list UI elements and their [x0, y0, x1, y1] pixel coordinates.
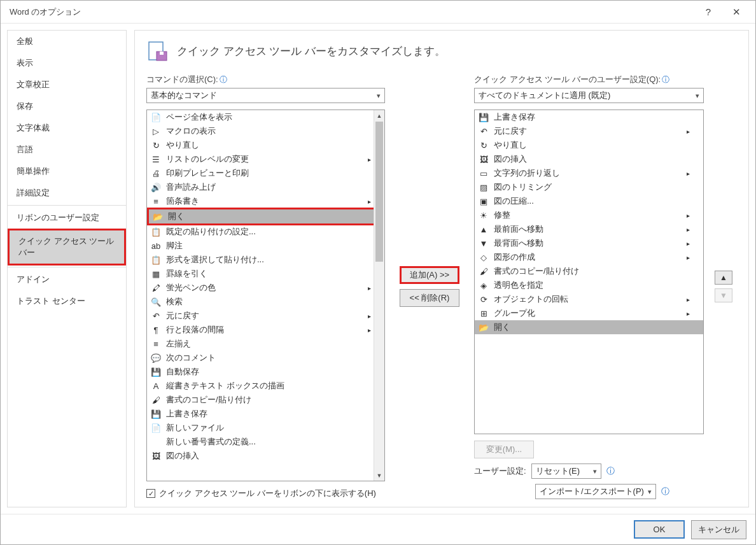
- list-item[interactable]: ◈透明色を指定: [475, 278, 703, 292]
- scroll-down-icon[interactable]: ▼: [374, 470, 384, 481]
- list-item-label: 修整: [494, 209, 687, 221]
- list-item[interactable]: ⊞グループ化▸: [475, 306, 703, 320]
- list-item[interactable]: ↶元に戻す▸: [475, 124, 703, 138]
- list-item[interactable]: ◇図形の作成▸: [475, 250, 703, 264]
- list-item[interactable]: ☀修整▸: [475, 208, 703, 222]
- ok-button[interactable]: OK: [634, 520, 685, 539]
- info-icon[interactable]: ⓘ: [606, 465, 615, 477]
- submenu-icon: ▸: [687, 310, 701, 317]
- cmd-icon: ▭: [477, 167, 490, 179]
- sidebar-item[interactable]: 文章校正: [8, 74, 126, 96]
- reset-combo[interactable]: リセット(E): [531, 464, 601, 479]
- list-item[interactable]: 💬次のコメント: [147, 351, 384, 365]
- list-item[interactable]: 📄ページ全体を表示: [147, 110, 384, 124]
- cancel-button[interactable]: キャンセル: [691, 520, 746, 539]
- list-item[interactable]: 📋形式を選択して貼り付け...: [147, 253, 384, 267]
- list-item-label: 左揃え: [166, 338, 368, 350]
- list-item[interactable]: ≡左揃え: [147, 337, 384, 351]
- list-item[interactable]: ⟳オブジェクトの回転▸: [475, 292, 703, 306]
- user-settings-label: ユーザー設定:: [474, 465, 526, 477]
- cmd-icon: 💾: [150, 366, 162, 378]
- cmd-icon: ↶: [477, 125, 490, 137]
- sidebar-item[interactable]: 表示: [8, 52, 126, 74]
- remove-button[interactable]: << 削除(R): [400, 289, 459, 307]
- list-item[interactable]: 📋既定の貼り付けの設定...: [147, 225, 384, 239]
- heading-text: クイック アクセス ツール バーをカスタマイズします。: [177, 44, 445, 59]
- list-item[interactable]: 📂開く: [149, 209, 382, 223]
- cmd-icon: 🖼: [150, 450, 162, 462]
- list-item[interactable]: 💾上書き保存: [147, 407, 384, 421]
- info-icon[interactable]: ⓘ: [661, 486, 669, 497]
- show-below-ribbon[interactable]: ✓ クイック アクセス ツール バーをリボンの下に表示する(H): [146, 488, 385, 499]
- cmd-icon: ↻: [477, 139, 490, 151]
- list-item[interactable]: ▦罫線を引く: [147, 267, 384, 281]
- list-item[interactable]: ☰リストのレベルの変更▸: [147, 152, 384, 166]
- list-item-label: 脚注: [166, 240, 368, 251]
- below-right-controls: 変更(M)... ユーザー設定: リセット(E) ⓘ インポート/エクスポート(…: [474, 441, 704, 499]
- sidebar-item[interactable]: クイック アクセス ツール バー: [8, 229, 126, 265]
- list-item[interactable]: 🖨印刷プレビューと印刷: [147, 166, 384, 180]
- list-item-label: 図の挿入: [166, 450, 368, 462]
- list-item[interactable]: ▼最背面へ移動▸: [475, 236, 703, 250]
- info-icon[interactable]: ⓘ: [220, 75, 227, 84]
- list-item[interactable]: ▨図のトリミング: [475, 180, 703, 194]
- list-item[interactable]: ▷マクロの表示: [147, 124, 384, 138]
- sidebar-item[interactable]: アドイン: [8, 267, 126, 290]
- help-button[interactable]: ?: [694, 3, 722, 22]
- list-item[interactable]: ab脚注: [147, 239, 384, 253]
- cmd-icon: ↶: [150, 310, 162, 322]
- add-button[interactable]: 追加(A) >>: [400, 266, 459, 284]
- list-item[interactable]: 💾自動保存: [147, 365, 384, 379]
- list-item[interactable]: 💾上書き保存: [475, 110, 703, 124]
- scrollbar[interactable]: ▲ ▼: [374, 110, 384, 481]
- list-item-label: 上書き保存: [166, 408, 368, 420]
- import-export-combo[interactable]: インポート/エクスポート(P): [535, 484, 656, 499]
- cmd-icon: ≡: [150, 338, 162, 350]
- list-item-label: やり直し: [494, 139, 687, 151]
- cmd-icon: 📋: [150, 254, 162, 265]
- list-item[interactable]: 🔊音声読み上げ: [147, 180, 384, 194]
- list-item[interactable]: 新しい番号書式の定義...: [147, 435, 384, 449]
- qat-listbox[interactable]: 💾上書き保存↶元に戻す▸↻やり直し🖼図の挿入▭文字列の折り返し▸▨図のトリミング…: [474, 110, 704, 434]
- list-item[interactable]: 📂開く: [475, 320, 703, 334]
- commands-listbox[interactable]: 📄ページ全体を表示▷マクロの表示↻やり直し☰リストのレベルの変更▸🖨印刷プレビュ…: [146, 110, 385, 481]
- scroll-thumb[interactable]: [375, 122, 383, 262]
- list-item[interactable]: ↻やり直し: [147, 138, 384, 152]
- list-item[interactable]: 📄新しいファイル: [147, 421, 384, 435]
- cmd-icon: ▣: [477, 195, 490, 207]
- commands-combo[interactable]: 基本的なコマンド: [146, 88, 385, 103]
- move-up-button[interactable]: ▲: [715, 271, 732, 285]
- sidebar-item[interactable]: 全般: [8, 31, 126, 52]
- cmd-icon: 📄: [150, 422, 162, 434]
- list-item-label: 行と段落の間隔: [166, 324, 368, 336]
- cmd-icon: ▦: [150, 268, 162, 280]
- sidebar-item[interactable]: 言語: [8, 139, 126, 160]
- scroll-up-icon[interactable]: ▲: [374, 110, 384, 121]
- list-item[interactable]: A縦書きテキスト ボックスの描画: [147, 379, 384, 393]
- list-item[interactable]: 🖼図の挿入: [147, 449, 384, 463]
- list-item[interactable]: ≡箇条書き▸: [147, 194, 384, 208]
- sidebar-item[interactable]: 保存: [8, 96, 126, 117]
- list-item[interactable]: 🔍検索: [147, 295, 384, 309]
- list-item[interactable]: ↶元に戻す▸: [147, 309, 384, 323]
- list-item[interactable]: ▲最前面へ移動▸: [475, 222, 703, 236]
- list-item[interactable]: 🖼図の挿入: [475, 152, 703, 166]
- list-item[interactable]: ¶行と段落の間隔▸: [147, 323, 384, 337]
- sidebar-item[interactable]: リボンのユーザー設定: [8, 205, 126, 229]
- list-item[interactable]: 🖍蛍光ペンの色▸: [147, 281, 384, 295]
- info-icon[interactable]: ⓘ: [662, 75, 669, 84]
- sidebar-item[interactable]: 詳細設定: [8, 182, 126, 204]
- list-item[interactable]: ↻やり直し: [475, 138, 703, 152]
- cmd-icon: ab: [150, 240, 162, 251]
- list-item-label: 既定の貼り付けの設定...: [166, 226, 368, 237]
- list-item[interactable]: ▭文字列の折り返し▸: [475, 166, 703, 180]
- close-button[interactable]: ✕: [722, 3, 750, 22]
- qat-scope-combo[interactable]: すべてのドキュメントに適用 (既定): [474, 88, 704, 103]
- sidebar-item[interactable]: 文字体裁: [8, 117, 126, 139]
- checkbox-icon[interactable]: ✓: [146, 489, 155, 498]
- list-item[interactable]: 🖌書式のコピー/貼り付け: [147, 393, 384, 407]
- list-item[interactable]: 🖌書式のコピー/貼り付け: [475, 264, 703, 278]
- list-item[interactable]: ▣図の圧縮...: [475, 194, 703, 208]
- sidebar-item[interactable]: トラスト センター: [8, 290, 126, 312]
- sidebar-item[interactable]: 簡単操作: [8, 160, 126, 182]
